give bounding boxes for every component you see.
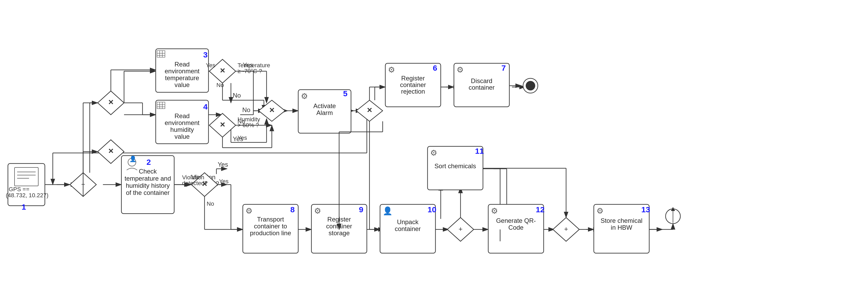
n8-label3: production line [250,229,291,237]
n12-gear-icon: ⚙ [491,206,498,215]
n4-label1: Read [175,112,189,120]
n6-label2: container [400,81,426,88]
n7-label1: Discard [471,77,492,85]
xg-merge-alarm-x: ✕ [269,106,275,114]
n5-label1: Activate [313,102,336,109]
n9-gear-icon: ⚙ [314,206,321,215]
label-viol-yes: Yes [218,161,228,168]
n3-label1: Read [175,61,189,68]
n3-label3: temperature [165,74,199,81]
n4-number: 4 [203,102,208,111]
pg2-split-plus: + [458,225,462,233]
n4-label2: environment [165,119,199,126]
xg-hum-check-x: ✕ [220,121,225,129]
bpmn-diagram: Yes No Yes No Violation detected? Yes [0,0,868,303]
n7-gear-icon: ⚙ [457,65,464,74]
n5-gear-icon: ⚙ [301,92,308,100]
n10-label2: container [395,225,421,232]
n2-number: 2 [147,158,151,166]
n2-label1: Check [139,168,157,175]
n4-label4: value [175,133,189,140]
xg-split-top-x: ✕ [108,98,114,106]
xg-temp-check-x: ✕ [220,67,225,75]
n5-number: 5 [343,89,347,98]
n12-label2: Code [508,224,523,231]
n10-person-icon: 👤 [383,206,393,216]
gps-label: GPS == [9,186,29,193]
n6-gear-icon: ⚙ [388,65,395,74]
n11-gear-icon: ⚙ [430,148,437,157]
end-event-inner [526,81,535,91]
label-det2: detected? [182,180,208,187]
n2-person-icon: 👤 [129,155,137,163]
n10-number: 10 [428,205,436,214]
label-no-hum: No [242,106,250,113]
n2-label2: temperature and [125,175,171,182]
n7-label2: container [469,84,495,91]
n9-label3: storage [329,229,350,237]
n9-number: 9 [359,205,363,214]
n7-number: 7 [501,64,506,72]
n13-label1: Store chemical [601,217,643,224]
n8-label1: Transport [257,216,284,223]
doc-rect [14,167,38,186]
n11-label1: Sort chemicals [434,163,476,170]
n3-label2: environment [165,68,199,75]
gps-coords: (48.732, 10.227) [6,192,48,199]
label-viol-no2: No [207,200,214,207]
pg3-merge-plus: + [564,225,568,233]
n8-number: 8 [290,205,295,214]
n6-number: 6 [433,64,437,72]
n5-label2: Alarm [316,109,333,116]
n8-gear-icon: ⚙ [245,206,253,215]
n3-label4: value [175,81,189,88]
n4-label3: humidity [170,126,194,133]
n6-label1: Register [401,75,425,82]
n2-label3: humidity history [126,182,170,189]
n6-label3: rejection [401,88,425,95]
label-hum-no: No [238,118,245,125]
label-temp-yes: Yes [206,62,215,69]
n2-label4: of the container [126,189,169,196]
n13-number: 13 [641,205,650,214]
xg-after-alarm-x: ✕ [367,106,372,114]
label-hum-yes: Yes [238,134,247,141]
n12-label1: Generate QR- [496,217,536,224]
n13-label2: in HBW [611,224,632,231]
n3-number: 3 [203,50,208,59]
xg-split-bot-x: ✕ [108,147,114,155]
n11-number: 11 [475,147,484,155]
n10-label1: Unpack [397,218,418,226]
label-no-temp: No [233,92,241,99]
n1-number: 1 [22,203,26,211]
label-viol-yes2: Yes [219,178,228,184]
n8-label2: container to [254,223,287,230]
n13-gear-icon: ⚙ [596,206,603,215]
n12-number: 12 [536,205,545,214]
